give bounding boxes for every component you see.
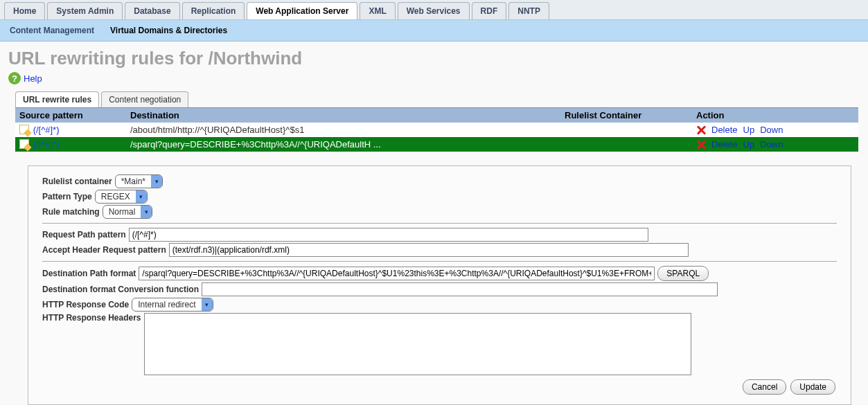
dest-conversion-label: Destination format Conversion function xyxy=(42,285,199,294)
update-button[interactable]: Update xyxy=(790,379,835,395)
inner-tabs: URL rewrite rules Content negotiation xyxy=(15,91,858,107)
http-response-code-select[interactable]: Internal redirect▾ xyxy=(132,298,213,312)
tab-xml[interactable]: XML xyxy=(360,2,395,19)
http-response-code-label: HTTP Response Code xyxy=(42,300,129,309)
http-response-headers-label: HTTP Response Headers xyxy=(42,313,141,323)
chevron-down-icon: ▾ xyxy=(202,298,213,311)
container-cell xyxy=(560,123,692,137)
destination-path-format-input[interactable] xyxy=(139,267,655,280)
source-pattern-link[interactable]: (/[^#]*) xyxy=(33,139,60,150)
down-link[interactable]: Down xyxy=(760,139,783,150)
rule-matching-label: Rule matching xyxy=(42,207,100,217)
inner-tab-url-rewrite[interactable]: URL rewrite rules xyxy=(15,91,99,107)
request-path-pattern-label: Request Path pattern xyxy=(42,230,126,240)
help-link[interactable]: Help xyxy=(24,73,42,84)
pattern-type-select[interactable]: REGEX▾ xyxy=(95,190,148,204)
tab-home[interactable]: Home xyxy=(4,2,45,19)
edit-icon[interactable] xyxy=(19,125,29,134)
edit-icon[interactable] xyxy=(19,139,29,149)
table-row[interactable]: (/[^#]*) /sparql?query=DESCRIBE+%3Chttp%… xyxy=(15,137,858,152)
col-source-pattern: Source pattern xyxy=(15,108,126,123)
request-path-pattern-input[interactable] xyxy=(129,228,648,242)
delete-icon[interactable] xyxy=(696,140,706,150)
col-rulelist-container: Rulelist Container xyxy=(560,108,692,123)
dest-conversion-input[interactable] xyxy=(202,282,718,296)
delete-link[interactable]: Delete xyxy=(711,125,738,135)
chevron-down-icon: ▾ xyxy=(141,206,152,218)
tab-system-admin[interactable]: System Admin xyxy=(47,2,123,19)
source-pattern-link[interactable]: (/[^#]*) xyxy=(33,125,60,135)
top-tabbar: Home System Admin Database Replication W… xyxy=(0,0,868,20)
destination-cell: /about/html/http://^{URIQADefaultHost}^$… xyxy=(126,123,560,137)
delete-icon[interactable] xyxy=(696,125,706,135)
tab-web-services[interactable]: Web Services xyxy=(398,2,470,19)
cancel-button[interactable]: Cancel xyxy=(743,379,786,395)
col-destination: Destination xyxy=(126,108,560,123)
rule-matching-select[interactable]: Normal▾ xyxy=(103,205,153,219)
sparql-button[interactable]: SPARQL xyxy=(657,266,709,281)
rulelist-container-select[interactable]: *Main*▾ xyxy=(115,174,163,188)
destination-path-format-label: Destination Path format xyxy=(42,269,136,278)
accept-header-pattern-input[interactable] xyxy=(169,243,689,257)
subtab-virtual-domains[interactable]: Virtual Domains & Directories xyxy=(107,20,230,41)
help-icon: ? xyxy=(8,72,21,84)
col-action: Action xyxy=(692,108,858,123)
page-title: URL rewriting rules for /Northwind xyxy=(0,42,868,72)
chevron-down-icon: ▾ xyxy=(136,190,147,203)
rule-edit-form: Rulelist container *Main*▾ Pattern Type … xyxy=(28,165,851,405)
table-row[interactable]: (/[^#]*) /about/html/http://^{URIQADefau… xyxy=(15,123,858,137)
tab-replication[interactable]: Replication xyxy=(182,2,245,19)
rulelist-container-label: Rulelist container xyxy=(42,177,112,186)
accept-header-pattern-label: Accept Header Request pattern xyxy=(42,245,166,255)
tab-rdf[interactable]: RDF xyxy=(472,2,507,19)
destination-cell: /sparql?query=DESCRIBE+%3Chttp%3A//^{URI… xyxy=(126,137,560,152)
subtab-content-mgmt[interactable]: Content Management xyxy=(7,20,97,41)
delete-link[interactable]: Delete xyxy=(711,139,738,150)
tab-nntp[interactable]: NNTP xyxy=(508,2,549,19)
up-link[interactable]: Up xyxy=(743,139,755,150)
sub-tabbar: Content Management Virtual Domains & Dir… xyxy=(0,20,868,42)
http-response-headers-textarea[interactable] xyxy=(144,313,691,375)
tab-database[interactable]: Database xyxy=(125,2,179,19)
inner-tab-content-negotiation[interactable]: Content negotiation xyxy=(101,91,188,107)
container-cell xyxy=(560,137,692,152)
rules-table: Source pattern Destination Rulelist Cont… xyxy=(15,107,858,152)
tab-web-app-server[interactable]: Web Application Server xyxy=(247,2,357,19)
chevron-down-icon: ▾ xyxy=(151,175,162,188)
down-link[interactable]: Down xyxy=(760,125,783,135)
pattern-type-label: Pattern Type xyxy=(42,192,92,201)
up-link[interactable]: Up xyxy=(743,125,755,135)
